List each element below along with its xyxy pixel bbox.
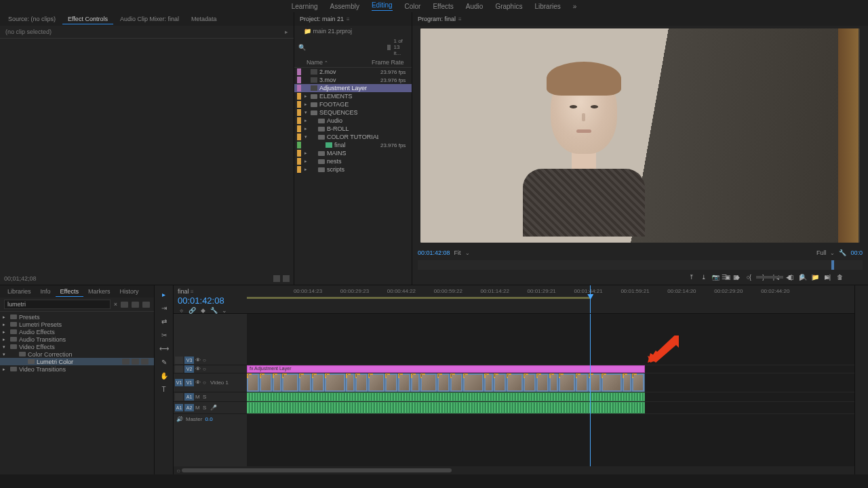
video-clip[interactable]: fx bbox=[325, 373, 346, 392]
solo-icon[interactable]: S bbox=[203, 405, 209, 411]
program-tc[interactable]: 00:01:42:08 bbox=[418, 249, 450, 256]
video-clip[interactable]: fx bbox=[450, 373, 463, 392]
project-column-headers[interactable]: Name⌃ Frame Rate bbox=[294, 58, 412, 68]
comparison-button[interactable]: ▣ bbox=[724, 273, 732, 282]
solo-icon[interactable]: S bbox=[203, 394, 209, 400]
audio-clip-a1[interactable] bbox=[247, 392, 645, 401]
a1-source-toggle[interactable]: A1 bbox=[175, 404, 183, 411]
lift-button[interactable]: ⤒ bbox=[687, 273, 696, 282]
lock-icon[interactable]: ○ bbox=[203, 357, 209, 363]
video-clip[interactable]: fx bbox=[346, 373, 355, 392]
lane-a1[interactable] bbox=[247, 392, 854, 402]
freeform-icon[interactable]: ○ bbox=[744, 273, 753, 282]
track-header-a2[interactable]: A1 A2 M S 🎤 bbox=[174, 402, 247, 414]
ws-libraries[interactable]: Libraries bbox=[534, 3, 560, 10]
lane-a2[interactable] bbox=[247, 402, 854, 414]
effects-tree-item[interactable]: ▸Video Transitions bbox=[0, 365, 154, 373]
ws-effects[interactable]: Effects bbox=[433, 3, 453, 10]
effects-tree[interactable]: ▸Presets▸Lumetri Presets▸Audio Effects▸A… bbox=[0, 312, 154, 474]
scroll-thumb[interactable] bbox=[182, 468, 452, 472]
resolution-full[interactable]: Full bbox=[816, 249, 827, 256]
lock-icon[interactable]: ○ bbox=[203, 380, 209, 386]
video-clip[interactable]: fx bbox=[536, 373, 549, 392]
settings-icon[interactable]: 🔧 bbox=[210, 307, 217, 314]
video-clip[interactable]: fx bbox=[260, 373, 273, 392]
timeline-ruler[interactable]: 00:00:14:2300:00:29:2300:00:44:2200:00:5… bbox=[247, 285, 854, 313]
yuv-badge-icon[interactable] bbox=[142, 302, 150, 308]
video-clip[interactable]: fx bbox=[524, 373, 536, 392]
tab-info[interactable]: Info bbox=[36, 287, 56, 296]
zoom-slider[interactable] bbox=[756, 276, 783, 279]
lane-v2[interactable]: fx Adjustment Layer bbox=[247, 365, 854, 373]
v1-source-toggle[interactable]: V1 bbox=[175, 379, 183, 386]
video-clip[interactable]: fx bbox=[398, 373, 411, 392]
lane-v1[interactable]: fxfxfxfxfxfxfxfxfxfxfxfxfxfxfxfxfxfxfxfx… bbox=[247, 373, 854, 392]
settings-icon[interactable]: 🔧 bbox=[839, 249, 846, 256]
lock-icon[interactable]: ○ bbox=[203, 366, 209, 372]
new-bin-button[interactable]: 📁 bbox=[811, 273, 820, 282]
video-clip[interactable]: fx bbox=[299, 373, 312, 392]
effects-tree-item[interactable]: ▾Video Effects bbox=[0, 343, 154, 350]
clear-search-icon[interactable]: × bbox=[114, 301, 117, 308]
hand-tool[interactable]: ✋ bbox=[159, 371, 169, 380]
timeline-playhead[interactable] bbox=[590, 314, 591, 466]
program-monitor[interactable] bbox=[412, 26, 868, 245]
col-name[interactable]: Name bbox=[307, 59, 323, 66]
ws-assembly[interactable]: Assembly bbox=[330, 3, 359, 10]
video-clip[interactable]: fx bbox=[420, 373, 437, 392]
icon-view-icon[interactable]: ▦ bbox=[732, 273, 741, 282]
video-clip[interactable]: fx bbox=[368, 373, 385, 392]
zoom-fit[interactable]: Fit bbox=[454, 249, 461, 256]
video-clip[interactable]: fx bbox=[507, 373, 524, 392]
ruler-playhead[interactable] bbox=[590, 285, 591, 313]
sequence-tab[interactable]: final ≡ bbox=[178, 288, 243, 295]
video-clip[interactable]: fx bbox=[411, 373, 420, 392]
trash-icon[interactable]: 🗑 bbox=[835, 273, 844, 282]
scrub-position[interactable] bbox=[831, 260, 834, 270]
seq-close-icon[interactable]: ≡ bbox=[191, 289, 194, 295]
export-frame-button[interactable]: 📷 bbox=[711, 273, 720, 282]
project-item[interactable]: ▸nests bbox=[294, 157, 412, 165]
video-clip[interactable]: fx bbox=[632, 373, 645, 392]
ws-audio[interactable]: Audio bbox=[466, 3, 484, 10]
master-track[interactable]: 🔊 Master 0.0 bbox=[174, 414, 247, 424]
effects-tree-item[interactable]: ▸Audio Effects bbox=[0, 328, 154, 336]
tab-source[interactable]: Source: (no clips) bbox=[3, 14, 61, 24]
project-item[interactable]: 2.mov23.976 fps bbox=[294, 68, 412, 76]
tab-audio-mixer[interactable]: Audio Clip Mixer: final bbox=[115, 14, 184, 24]
lane-v3[interactable] bbox=[247, 356, 854, 365]
ws-overflow[interactable]: » bbox=[573, 3, 577, 10]
new-bin-icon[interactable] bbox=[387, 45, 391, 50]
zoom-out-icon[interactable]: ○ bbox=[176, 467, 180, 474]
selection-tool[interactable]: ▸ bbox=[159, 289, 169, 299]
project-item[interactable]: ▸FOOTAGE bbox=[294, 100, 412, 108]
32bit-badge-icon[interactable] bbox=[132, 302, 139, 308]
program-scrubber[interactable] bbox=[418, 260, 863, 270]
video-clip[interactable]: fx bbox=[355, 373, 368, 392]
triangle-icon[interactable]: ▸ bbox=[285, 28, 288, 35]
project-item[interactable]: ▸Audio bbox=[294, 117, 412, 125]
mute-icon[interactable]: 🔊 bbox=[176, 416, 183, 422]
project-item[interactable]: final23.976 fps bbox=[294, 141, 412, 149]
ws-editing[interactable]: Editing bbox=[372, 1, 393, 11]
effects-tree-item[interactable]: ▸Lumetri Presets bbox=[0, 321, 154, 328]
panel-menu-icon[interactable]: ≡ bbox=[347, 16, 350, 22]
marker-icon[interactable]: ◆ bbox=[199, 307, 206, 314]
project-item[interactable]: ▸ELEMENTS bbox=[294, 92, 412, 100]
track-select-tool[interactable]: ⇥ bbox=[159, 303, 169, 312]
program-menu-icon[interactable]: ≡ bbox=[458, 16, 462, 22]
project-breadcrumb[interactable]: 📁 main 21.prproj bbox=[294, 26, 412, 37]
project-item[interactable]: Adjustment Layer bbox=[294, 84, 412, 92]
video-clip[interactable]: fx bbox=[437, 373, 450, 392]
new-item-button[interactable]: 🗎 bbox=[823, 273, 832, 282]
track-header-a1[interactable]: A1 M S bbox=[174, 392, 247, 402]
video-clip[interactable]: fx bbox=[273, 373, 281, 392]
razor-tool[interactable]: ✂ bbox=[159, 330, 169, 340]
snap-icon[interactable]: ⟐ bbox=[178, 307, 184, 314]
video-clip[interactable]: fx bbox=[312, 373, 325, 392]
auto-icon[interactable]: ◧ bbox=[787, 273, 795, 282]
program-header[interactable]: Program: final ≡ bbox=[412, 12, 868, 26]
effects-tree-item[interactable]: ▸Audio Transitions bbox=[0, 336, 154, 343]
tab-effects[interactable]: Effects bbox=[56, 287, 83, 297]
tab-effect-controls[interactable]: Effect Controls bbox=[62, 14, 113, 24]
